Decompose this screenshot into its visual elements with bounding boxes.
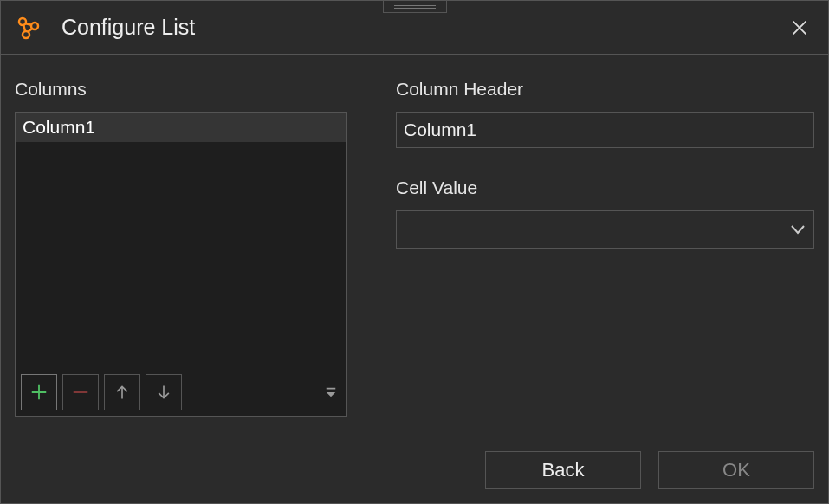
svg-point-0 <box>19 18 26 25</box>
list-item[interactable]: Column1 <box>16 113 346 142</box>
dialog-body: Columns Column1 <box>1 55 828 503</box>
cell-value-combo[interactable] <box>396 210 814 249</box>
move-down-button[interactable] <box>146 374 182 410</box>
dialog-footer: Back OK <box>485 451 814 489</box>
close-button[interactable] <box>787 15 813 41</box>
arrow-down-icon <box>155 384 172 401</box>
list-item-label: Column1 <box>23 117 95 138</box>
back-button-label: Back <box>542 459 585 481</box>
chevron-down-icon <box>789 221 806 238</box>
columns-panel: Columns Column1 <box>15 79 347 489</box>
columns-label: Columns <box>15 79 347 100</box>
cell-value-label: Cell Value <box>396 178 814 198</box>
column-header-input[interactable] <box>396 112 814 148</box>
move-up-button[interactable] <box>104 374 140 410</box>
minus-icon <box>71 383 90 402</box>
back-button[interactable]: Back <box>485 451 641 489</box>
remove-button[interactable] <box>62 374 99 410</box>
app-icon <box>16 16 41 40</box>
drag-handle[interactable] <box>383 1 447 13</box>
overflow-icon <box>325 386 337 398</box>
ok-button-label: OK <box>722 459 750 481</box>
arrow-up-icon <box>113 384 131 401</box>
svg-point-1 <box>31 23 38 29</box>
svg-rect-3 <box>327 388 336 390</box>
columns-list[interactable]: Column1 <box>15 112 347 417</box>
columns-toolbar <box>16 369 346 416</box>
dialog-title: Configure List <box>62 15 195 40</box>
overflow-button[interactable] <box>321 374 341 410</box>
column-header-label: Column Header <box>396 79 814 100</box>
close-icon <box>790 18 809 37</box>
add-button[interactable] <box>21 374 57 410</box>
ok-button[interactable]: OK <box>658 451 814 489</box>
columns-list-items: Column1 <box>16 113 346 369</box>
plus-icon <box>29 383 49 402</box>
details-panel: Column Header Cell Value <box>396 79 814 489</box>
dialog-window: Configure List Columns Column1 <box>0 0 829 504</box>
